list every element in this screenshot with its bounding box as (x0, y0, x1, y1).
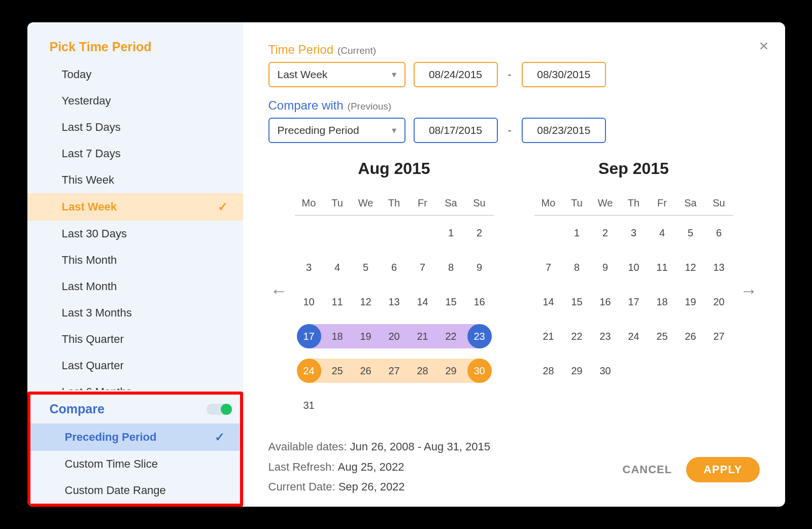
calendar-day[interactable]: 18 (650, 290, 674, 314)
period-preset-select[interactable]: Last Week ▾ (268, 62, 405, 87)
calendar-day[interactable]: 28 (536, 359, 561, 383)
calendar-day[interactable]: 1 (439, 221, 463, 245)
dow-label: Mo (302, 197, 316, 209)
calendar-day[interactable]: 27 (707, 324, 731, 348)
chevron-down-icon: ▾ (392, 69, 396, 80)
calendar-day[interactable]: 28 (411, 359, 435, 383)
range-dash: - (506, 68, 514, 81)
period-start-input[interactable]: 08/24/2015 (414, 62, 498, 87)
calendar-day[interactable]: 24 (297, 359, 321, 383)
calendar-day[interactable]: 19 (354, 324, 378, 348)
calendar-day[interactable]: 16 (467, 290, 492, 314)
calendar-day[interactable]: 30 (593, 359, 618, 383)
preset-label: Last 30 Days (62, 227, 127, 240)
calendar-day[interactable]: 1 (565, 221, 589, 245)
preset-item[interactable]: Last 30 Days (27, 221, 243, 247)
preset-item[interactable]: Today (27, 61, 243, 88)
calendar-day[interactable]: 8 (565, 255, 589, 279)
calendar-day[interactable]: 26 (679, 324, 703, 348)
compare-section: Compare Preceding Period✓Custom Time Sli… (27, 392, 243, 507)
calendar-day[interactable]: 11 (650, 255, 674, 279)
calendar-day[interactable]: 5 (354, 255, 378, 279)
calendar-day[interactable]: 4 (650, 221, 674, 245)
compare-start-input[interactable]: 08/17/2015 (414, 118, 498, 143)
period-end-input[interactable]: 08/30/2015 (522, 62, 606, 87)
calendar-day[interactable]: 8 (439, 255, 463, 279)
calendar-day[interactable]: 25 (650, 324, 674, 348)
calendar-day[interactable]: 4 (325, 255, 350, 279)
preset-list: TodayYesterdayLast 5 DaysLast 7 DaysThis… (27, 61, 243, 390)
calendar-day[interactable]: 17 (622, 290, 646, 314)
compare-option[interactable]: Custom Date Range (30, 477, 240, 504)
preset-item[interactable]: Last 6 Months (27, 379, 243, 390)
calendar-day[interactable]: 14 (536, 290, 561, 314)
calendar-day[interactable]: 23 (467, 324, 492, 348)
calendar-day[interactable]: 29 (565, 359, 589, 383)
calendar-day[interactable]: 16 (593, 290, 618, 314)
preset-item[interactable]: Last 7 Days (27, 140, 243, 167)
calendar-day[interactable]: 7 (536, 255, 561, 279)
calendar-day[interactable]: 22 (565, 324, 589, 348)
calendar-day[interactable]: 21 (536, 324, 561, 348)
calendar-day[interactable]: 18 (325, 324, 350, 348)
calendar-day[interactable]: 25 (325, 359, 350, 383)
calendar-day[interactable]: 7 (411, 255, 435, 279)
calendar-day[interactable]: 20 (707, 290, 731, 314)
calendar-day[interactable]: 10 (297, 290, 321, 314)
cancel-button[interactable]: CANCEL (623, 463, 672, 476)
calendar-day[interactable]: 13 (382, 290, 407, 314)
close-icon[interactable]: × (759, 37, 769, 55)
compare-option[interactable]: Preceding Period✓ (30, 424, 240, 451)
calendar-day[interactable]: 12 (679, 255, 703, 279)
calendar-day[interactable]: 14 (411, 290, 435, 314)
calendar-day[interactable]: 10 (622, 255, 646, 279)
preset-item[interactable]: This Month (27, 247, 243, 273)
calendar-day[interactable]: 6 (707, 221, 731, 245)
calendar-day[interactable]: 2 (467, 221, 492, 245)
preset-item[interactable]: Yesterday (27, 88, 243, 114)
calendar-day[interactable]: 15 (565, 290, 589, 314)
calendar-day[interactable]: 31 (297, 393, 321, 417)
calendar-day[interactable]: 12 (354, 290, 378, 314)
calendar-day[interactable]: 22 (439, 324, 463, 348)
calendar-day[interactable]: 5 (679, 221, 703, 245)
dow-label: Fr (657, 197, 667, 209)
calendar-day[interactable]: 3 (297, 255, 321, 279)
calendar-day[interactable]: 24 (622, 324, 646, 348)
calendar-day (382, 221, 407, 245)
calendar-day[interactable]: 9 (467, 255, 492, 279)
calendar-day[interactable]: 21 (411, 324, 435, 348)
apply-button[interactable]: APPLY (686, 457, 759, 482)
preset-item[interactable]: Last 3 Months (27, 300, 243, 326)
compare-end-input[interactable]: 08/23/2015 (522, 118, 606, 143)
calendar-day[interactable]: 23 (593, 324, 618, 348)
calendar-day[interactable]: 2 (593, 221, 618, 245)
calendar-day[interactable]: 11 (325, 290, 350, 314)
calendar-day[interactable]: 15 (439, 290, 463, 314)
preset-item[interactable]: This Quarter (27, 326, 243, 352)
action-buttons: CANCEL APPLY (623, 457, 760, 482)
calendar-day[interactable]: 17 (297, 324, 321, 348)
calendar-day[interactable]: 6 (382, 255, 407, 279)
preset-item[interactable]: Last Week✓ (27, 193, 243, 221)
calendar-day[interactable]: 13 (707, 255, 731, 279)
calendar-day[interactable]: 30 (467, 359, 492, 383)
dow-label: Sa (684, 197, 696, 209)
compare-toggle[interactable] (207, 404, 231, 415)
calendar-day[interactable]: 20 (382, 324, 407, 348)
compare-preset-select[interactable]: Preceding Period ▾ (268, 118, 405, 143)
preset-item[interactable]: Last 5 Days (27, 114, 243, 140)
preset-item[interactable]: Last Month (27, 273, 243, 300)
compare-option[interactable]: Custom Time Slice (30, 451, 240, 477)
calendar-day[interactable]: 29 (439, 359, 463, 383)
next-month-arrow-icon[interactable]: → (738, 281, 760, 301)
calendar-day[interactable]: 9 (593, 255, 618, 279)
preset-item[interactable]: Last Quarter (27, 352, 243, 379)
calendar-day[interactable]: 19 (679, 290, 703, 314)
compare-option-list: Preceding Period✓Custom Time SliceCustom… (30, 424, 240, 504)
prev-month-arrow-icon[interactable]: ← (268, 281, 290, 301)
preset-item[interactable]: This Week (27, 167, 243, 193)
calendar-day[interactable]: 27 (382, 359, 407, 383)
calendar-day[interactable]: 3 (622, 221, 646, 245)
calendar-day[interactable]: 26 (354, 359, 378, 383)
